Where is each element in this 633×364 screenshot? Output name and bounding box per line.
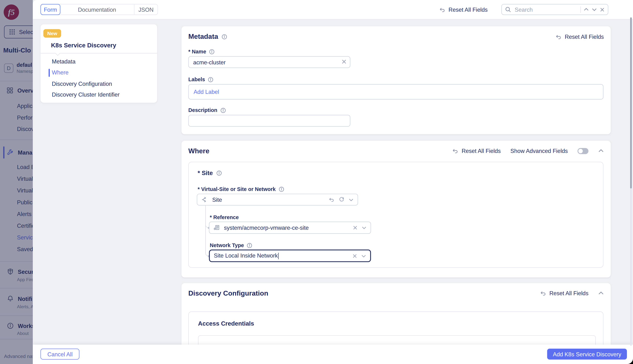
- scrollbar-thumb[interactable]: [630, 18, 632, 188]
- vsn-select-value: Site: [212, 196, 324, 203]
- network-type-value-text: Site Local Inside Network: [214, 252, 278, 259]
- close-icon[interactable]: [600, 7, 605, 12]
- clear-icon[interactable]: [352, 253, 357, 258]
- where-card: Where Reset All Fields Show Advanced Fie…: [181, 141, 611, 277]
- site-group-heading: * Site: [198, 170, 222, 176]
- form-nav-metadata[interactable]: Metadata: [52, 58, 75, 64]
- refresh-icon[interactable]: [339, 197, 345, 203]
- reset-all-fields-label: Reset All Fields: [549, 290, 588, 296]
- reset-all-fields-label: Reset All Fields: [449, 6, 488, 12]
- modal-panel: Form Documentation JSON Reset All Fields: [33, 0, 633, 364]
- reference-doc-icon: [214, 224, 220, 231]
- reset-all-fields-label: Reset All Fields: [565, 34, 604, 40]
- name-label-text: * Name: [188, 48, 206, 54]
- reset-all-fields-button[interactable]: Reset All Fields: [452, 148, 501, 154]
- undo-icon[interactable]: [328, 197, 334, 203]
- metadata-card-title: Metadata: [188, 33, 227, 41]
- view-tabs: Form Documentation JSON: [41, 4, 158, 15]
- where-title-text: Where: [188, 147, 209, 155]
- site-fieldset: * Site * Virtual-Site or Site or Network: [188, 162, 603, 268]
- site-heading-text: * Site: [198, 170, 213, 176]
- toggle-knob: [578, 149, 583, 153]
- form-title: K8s Service Discovery: [51, 42, 116, 49]
- info-icon[interactable]: [220, 107, 226, 113]
- discovery-card-actions: Reset All Fields: [540, 290, 604, 296]
- clear-icon[interactable]: [353, 225, 358, 230]
- form-nav-discovery-configuration[interactable]: Discovery Configuration: [52, 80, 112, 87]
- reset-all-fields-button[interactable]: Reset All Fields: [555, 34, 604, 40]
- access-credentials-fieldset: Access Credentials: [188, 312, 603, 346]
- description-label-text: Description: [188, 107, 217, 113]
- search-icon: [505, 6, 511, 12]
- chevron-down-icon[interactable]: [361, 253, 366, 258]
- description-input[interactable]: [188, 115, 350, 126]
- network-type-label-text: Network Type: [210, 242, 244, 248]
- search-input[interactable]: [514, 6, 577, 13]
- collapse-chevron-up-icon[interactable]: [598, 290, 604, 296]
- info-icon[interactable]: [208, 77, 214, 82]
- reset-all-fields-button[interactable]: Reset All Fields: [540, 290, 588, 296]
- app-root: f5 Select W Multi-Clo D defaul Namesp: [0, 0, 633, 364]
- info-icon[interactable]: [278, 186, 284, 192]
- chevron-up-icon[interactable]: [583, 7, 589, 12]
- info-icon[interactable]: [222, 34, 227, 40]
- search-box: [501, 4, 608, 15]
- tab-documentation[interactable]: Documentation: [60, 4, 134, 14]
- show-advanced-fields-toggle[interactable]: [577, 148, 588, 154]
- info-icon[interactable]: [209, 49, 215, 54]
- access-credentials-text: Access Credentials: [198, 320, 254, 327]
- undo-icon: [540, 290, 546, 296]
- chevron-down-icon[interactable]: [362, 225, 367, 230]
- name-field-label: * Name: [188, 48, 215, 54]
- form-nav-discovery-cluster-identifier[interactable]: Discovery Cluster Identifier: [52, 92, 120, 98]
- metadata-card-actions: Reset All Fields: [555, 34, 604, 40]
- labels-label-text: Labels: [188, 76, 205, 82]
- info-icon[interactable]: [247, 242, 252, 248]
- access-credentials-heading: Access Credentials: [198, 320, 254, 327]
- name-input[interactable]: [188, 56, 350, 68]
- where-card-title: Where: [188, 147, 209, 155]
- new-badge: New: [43, 29, 61, 38]
- network-type-select-value: Site Local Inside Network: [214, 252, 348, 259]
- network-type-select[interactable]: Site Local Inside Network: [209, 250, 371, 262]
- discovery-title-text: Discovery Configuration: [188, 290, 268, 298]
- form-nav-card: New K8s Service Discovery Metadata Where…: [41, 24, 157, 103]
- search-separator: [580, 6, 581, 12]
- access-credentials-box[interactable]: [198, 335, 596, 346]
- reference-field-label: * Reference: [210, 214, 239, 220]
- collapse-chevron-up-icon[interactable]: [598, 148, 604, 154]
- topbar-right: Reset All Fields: [439, 4, 633, 15]
- undo-icon: [452, 148, 458, 154]
- metadata-card: Metadata Reset All Fields * Name: [181, 26, 611, 134]
- nav-divider-notch: [55, 51, 60, 56]
- reference-select[interactable]: system/acmecorp-vmware-ce-site: [209, 222, 371, 234]
- labels-field-label: Labels: [188, 76, 214, 82]
- form-nav-where[interactable]: Where: [52, 69, 69, 76]
- where-card-actions: Reset All Fields Show Advanced Fields: [452, 148, 604, 154]
- reset-all-fields-label: Reset All Fields: [462, 148, 501, 154]
- chevron-down-icon[interactable]: [349, 197, 354, 202]
- discovery-card-title: Discovery Configuration: [188, 290, 268, 298]
- add-k8s-service-discovery-button[interactable]: Add K8s Service Discovery: [547, 349, 627, 360]
- vsn-label-text: * Virtual-Site or Site or Network: [198, 186, 276, 192]
- form-nav-active-bar: [49, 69, 50, 77]
- modal-topbar: Form Documentation JSON Reset All Fields: [33, 0, 633, 20]
- cancel-all-button[interactable]: Cancel All: [41, 349, 80, 360]
- reset-all-fields-button[interactable]: Reset All Fields: [439, 6, 488, 12]
- network-type-field-label: Network Type: [210, 242, 252, 248]
- add-label-button[interactable]: Add Label: [193, 88, 219, 95]
- tab-form[interactable]: Form: [41, 4, 60, 15]
- vsn-field-label: * Virtual-Site or Site or Network: [198, 186, 284, 192]
- chevron-down-icon[interactable]: [592, 7, 597, 12]
- labels-input[interactable]: Add Label: [188, 84, 603, 100]
- description-field-label: Description: [188, 107, 226, 113]
- connector-line: [205, 206, 206, 254]
- modal-dim-overlay: [0, 0, 33, 364]
- reference-label-text: * Reference: [210, 214, 239, 220]
- clear-icon[interactable]: [341, 59, 347, 64]
- vsn-select[interactable]: Site: [197, 194, 358, 206]
- info-icon[interactable]: [216, 170, 222, 176]
- text-cursor: [278, 253, 279, 259]
- show-advanced-fields-label: Show Advanced Fields: [510, 148, 568, 154]
- tab-json[interactable]: JSON: [134, 4, 157, 14]
